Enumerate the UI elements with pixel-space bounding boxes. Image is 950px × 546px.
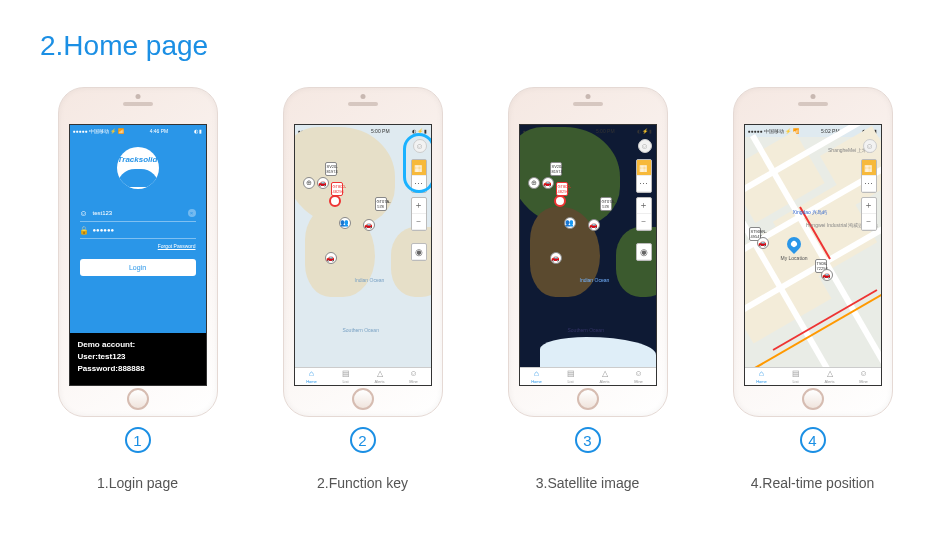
- screen-street-map[interactable]: ●●●●● 中国移动 ⚡ 📶 5:02 PM ◐ ⚡ ▮: [744, 124, 882, 386]
- zoom-out-button[interactable]: －: [637, 214, 651, 230]
- profile-avatar[interactable]: ☺: [413, 139, 427, 153]
- info-button[interactable]: ⋯: [862, 176, 876, 192]
- target-pin[interactable]: [329, 195, 341, 207]
- login-button[interactable]: Login: [80, 259, 196, 276]
- profile-avatar[interactable]: ☺: [863, 139, 877, 153]
- password-field[interactable]: 🔒 ●●●●●●: [80, 222, 196, 239]
- device-pin[interactable]: 🚗: [821, 269, 833, 281]
- device-pin[interactable]: 🚗: [542, 177, 554, 189]
- status-carrier: ●●●●● 中国移动 ⚡ 📶: [73, 128, 124, 134]
- password-value: ●●●●●●: [93, 227, 196, 233]
- zoom-out-button[interactable]: －: [862, 214, 876, 230]
- tab-mine[interactable]: ☺Mine: [622, 368, 656, 385]
- demo-account-box: Demo account: User:test123 Password:8888…: [70, 333, 206, 385]
- status-bar: ●●●●● 中国移动 ⚡ 📶 4:46 PM ◐ ▮: [70, 125, 206, 137]
- phone-speaker: [798, 102, 828, 106]
- screen-satellite-map[interactable]: ●●●●● 中国移动 ⚡ 📶 5:00 PM ◐ ⚡ ▮ Indian Ocea…: [519, 124, 657, 386]
- tab-list[interactable]: ▤List: [779, 368, 813, 385]
- zoom-controls: ＋ －: [861, 197, 877, 231]
- ocean-label: Southern Ocean: [568, 327, 604, 333]
- layers-button[interactable]: ▦: [412, 160, 426, 176]
- map-controls: ▦ ⋯: [411, 159, 427, 193]
- device-label[interactable]: GT800-48296: [331, 182, 343, 196]
- poi-label: My Location: [781, 255, 808, 261]
- bell-icon: △: [602, 370, 608, 378]
- info-button[interactable]: ⋯: [637, 176, 651, 192]
- device-pin[interactable]: ⊕: [528, 177, 540, 189]
- tab-home[interactable]: ⌂Home: [295, 368, 329, 385]
- device-pin[interactable]: ⊕: [303, 177, 315, 189]
- screen-world-map[interactable]: ●●●●● 中国移动 ⚡ 📶 5:00 PM ◐ ⚡ ▮ Indian Ocea…: [294, 124, 432, 386]
- person-icon: ☺: [634, 370, 642, 378]
- device-pin[interactable]: 🚗: [588, 219, 600, 231]
- caption-2: 2.Function key: [317, 475, 408, 491]
- tab-home[interactable]: ⌂Home: [745, 368, 779, 385]
- map-controls: ▦ ⋯: [861, 159, 877, 193]
- status-battery: ◐ ▮: [194, 128, 202, 134]
- tab-bar: ⌂Home ▤List △Alerts ☺Mine: [520, 367, 656, 385]
- device-pin[interactable]: 🚗: [325, 252, 337, 264]
- phone-speaker: [573, 102, 603, 106]
- tab-list[interactable]: ▤List: [554, 368, 588, 385]
- clear-icon[interactable]: ×: [188, 209, 196, 217]
- info-button[interactable]: ⋯: [412, 176, 426, 192]
- home-button[interactable]: [577, 388, 599, 410]
- tab-mine[interactable]: ☺Mine: [847, 368, 881, 385]
- home-icon: ⌂: [759, 370, 764, 378]
- step-number-4: 4: [800, 427, 826, 453]
- device-pin[interactable]: 🚗: [757, 237, 769, 249]
- phone-camera-dot: [585, 94, 590, 99]
- tab-alerts[interactable]: △Alerts: [363, 368, 397, 385]
- status-time: 4:46 PM: [150, 128, 169, 134]
- screen-login: ●●●●● 中国移动 ⚡ 📶 4:46 PM ◐ ▮ Tracksolid ☺ …: [69, 124, 207, 386]
- device-label[interactable]: GT07A-578: [600, 197, 612, 211]
- tab-list[interactable]: ▤List: [329, 368, 363, 385]
- home-button[interactable]: [127, 388, 149, 410]
- status-battery: ◐ ⚡ ▮: [637, 128, 653, 134]
- device-label[interactable]: SV20-81974: [325, 162, 337, 176]
- person-icon: ☺: [409, 370, 417, 378]
- tab-mine[interactable]: ☺Mine: [397, 368, 431, 385]
- locate-button[interactable]: ◉: [637, 244, 651, 260]
- zoom-out-button[interactable]: －: [412, 214, 426, 230]
- zoom-controls: ＋ －: [636, 197, 652, 231]
- device-pin[interactable]: 🚗: [550, 252, 562, 264]
- device-label[interactable]: GT800-48296: [556, 182, 568, 196]
- layers-button[interactable]: ▦: [862, 160, 876, 176]
- forgot-password-link[interactable]: Forgot Password: [80, 243, 196, 249]
- col-realtime: ●●●●● 中国移动 ⚡ 📶 5:02 PM ◐ ⚡ ▮: [723, 87, 903, 491]
- list-icon: ▤: [792, 370, 800, 378]
- ocean-label: Indian Ocean: [580, 277, 610, 283]
- caption-4: 4.Real-time position: [751, 475, 875, 491]
- device-pin[interactable]: 🚗: [317, 177, 329, 189]
- device-pin[interactable]: 🚗: [363, 219, 375, 231]
- home-button[interactable]: [802, 388, 824, 410]
- home-button[interactable]: [352, 388, 374, 410]
- device-pin[interactable]: 👥: [339, 217, 351, 229]
- phones-row: ●●●●● 中国移动 ⚡ 📶 4:46 PM ◐ ▮ Tracksolid ☺ …: [40, 87, 910, 491]
- zoom-in-button[interactable]: ＋: [862, 198, 876, 214]
- target-pin[interactable]: [554, 195, 566, 207]
- device-label[interactable]: SV20-81974: [550, 162, 562, 176]
- tab-home[interactable]: ⌂Home: [520, 368, 554, 385]
- zoom-in-button[interactable]: ＋: [637, 198, 651, 214]
- section-title: 2.Home page: [40, 30, 910, 62]
- home-icon: ⌂: [534, 370, 539, 378]
- tab-alerts[interactable]: △Alerts: [813, 368, 847, 385]
- status-battery: ◐ ⚡ ▮: [412, 128, 428, 134]
- locate-button[interactable]: ◉: [412, 244, 426, 260]
- zoom-in-button[interactable]: ＋: [412, 198, 426, 214]
- username-field[interactable]: ☺ test123 ×: [80, 205, 196, 222]
- device-label[interactable]: GT07A-578: [375, 197, 387, 211]
- step-number-3: 3: [575, 427, 601, 453]
- user-icon: ☺: [80, 209, 88, 217]
- step-number-1: 1: [125, 427, 151, 453]
- phone-camera-dot: [810, 94, 815, 99]
- bell-icon: △: [377, 370, 383, 378]
- profile-avatar[interactable]: ☺: [638, 139, 652, 153]
- status-time: 5:00 PM: [371, 128, 390, 134]
- tab-alerts[interactable]: △Alerts: [588, 368, 622, 385]
- poi-label: Xingdao 兴岛屿: [793, 209, 828, 215]
- device-pin[interactable]: 👥: [564, 217, 576, 229]
- layers-button[interactable]: ▦: [637, 160, 651, 176]
